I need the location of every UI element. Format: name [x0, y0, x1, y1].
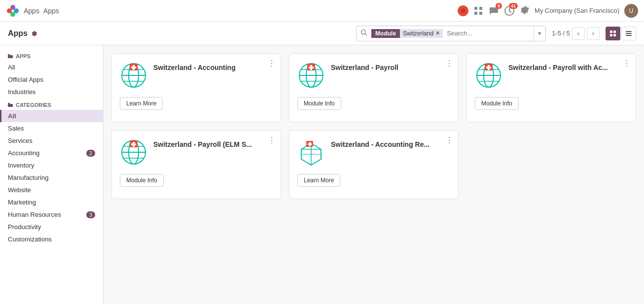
svg-line-11	[365, 34, 367, 36]
apps-nav-label[interactable]: Apps	[24, 7, 39, 15]
app-action-btn-ch-payroll-elm[interactable]: Module Info	[120, 174, 164, 187]
svg-point-3	[10, 12, 15, 17]
card-menu-ch-payroll[interactable]: ⋮	[445, 59, 453, 68]
sidebar-item-sales[interactable]: Sales	[0, 122, 103, 135]
search-icon	[357, 29, 371, 37]
apps-nav-link[interactable]: Apps	[43, 7, 59, 15]
app-title-ch-payroll-ac: Switzerland - Payroll with Ac...	[508, 64, 608, 71]
record-icon[interactable]	[458, 5, 468, 16]
sub-navigation: Apps Module Switzerland ✕ ▾ 1-5 / 5 ‹ ›	[0, 22, 644, 45]
svg-rect-8	[479, 12, 482, 15]
next-page-button[interactable]: ›	[587, 27, 600, 40]
sidebar-item-human-resources[interactable]: Human Resources 3	[0, 208, 103, 221]
card-menu-ch-accounting-re[interactable]: ⋮	[445, 135, 453, 145]
sidebar-item-inventory[interactable]: Inventory	[0, 159, 103, 171]
app-card-ch-accounting-re: ⋮ Switzerland - Accounting Re...	[289, 130, 459, 199]
ch-payroll-icon	[297, 62, 325, 89]
activity-icon-wrap[interactable]: 41	[504, 5, 515, 16]
chat-badge: 8	[496, 3, 502, 9]
app-title-ch-accounting: Switzerland - Accounting	[153, 64, 236, 71]
company-label[interactable]: My Company (San Francisco)	[535, 7, 619, 14]
app-card-ch-payroll: ⋮ Switzerland - Payroll Mod	[289, 53, 459, 122]
view-toggle	[606, 27, 636, 40]
svg-rect-15	[613, 34, 616, 36]
categories-section-label: CATEGORIES	[0, 98, 103, 110]
odoo-logo-icon[interactable]	[6, 4, 20, 18]
page-title: Apps	[8, 29, 37, 38]
ch-accounting-re-icon	[297, 138, 325, 166]
apps-grid: ⋮ Switzerland - Accounting	[111, 53, 636, 199]
svg-rect-13	[613, 31, 616, 33]
svg-rect-18	[626, 35, 632, 36]
categories-folder-icon	[8, 102, 13, 107]
svg-rect-17	[626, 33, 632, 34]
app-card-ch-payroll-elm: ⋮ Switzerland - Payroll (ELM S...	[111, 130, 281, 199]
apps-content: ⋮ Switzerland - Accounting	[104, 45, 644, 304]
sidebar-item-manufacturing[interactable]: Manufacturing	[0, 171, 103, 184]
search-bar: Module Switzerland ✕ ▾	[356, 26, 546, 41]
sidebar-item-services[interactable]: Services	[0, 135, 103, 147]
top-nav-icons: 8 41 My Company (San Francisco) U	[458, 4, 638, 18]
app-action-btn-ch-accounting-re[interactable]: Learn More	[297, 174, 340, 187]
grid-icon-wrap[interactable]	[473, 6, 483, 16]
app-title-ch-payroll: Switzerland - Payroll	[331, 64, 398, 71]
app-title-ch-payroll-elm: Switzerland - Payroll (ELM S...	[153, 140, 252, 148]
sidebar-item-website[interactable]: Website	[0, 184, 103, 196]
kanban-view-button[interactable]	[606, 27, 620, 40]
search-dropdown-button[interactable]: ▾	[534, 26, 545, 41]
folder-icon	[8, 54, 13, 59]
sidebar-item-marketing[interactable]: Marketing	[0, 196, 103, 208]
svg-rect-14	[610, 34, 612, 36]
ch-payroll-elm-icon	[120, 138, 147, 166]
sidebar-item-all-categories[interactable]: All	[0, 110, 103, 122]
settings-small-icon[interactable]	[31, 30, 37, 37]
app-action-btn-ch-accounting[interactable]: Learn More	[120, 97, 163, 110]
search-type-tag[interactable]: Module	[371, 29, 400, 38]
main-content: APPS All Official Apps Industries CATEGO…	[0, 45, 644, 304]
sidebar-item-productivity[interactable]: Productivity	[0, 221, 103, 233]
sidebar-item-industries[interactable]: Industries	[0, 86, 103, 98]
svg-rect-7	[474, 12, 477, 15]
apps-section-label: APPS	[0, 49, 103, 61]
pagination: 1-5 / 5 ‹ ›	[552, 27, 600, 40]
pagination-label: 1-5 / 5	[552, 30, 570, 37]
svg-marker-19	[8, 54, 13, 58]
sidebar-item-accounting[interactable]: Accounting 2	[0, 147, 103, 159]
app-action-btn-ch-payroll-ac[interactable]: Module Info	[475, 97, 519, 110]
search-input[interactable]	[443, 30, 534, 37]
ch-payroll-ac-icon	[475, 62, 502, 89]
svg-rect-12	[610, 31, 612, 33]
settings-icon[interactable]	[520, 5, 530, 16]
svg-rect-16	[626, 31, 632, 32]
card-menu-ch-payroll-elm[interactable]: ⋮	[268, 135, 276, 145]
card-menu-ch-payroll-ac[interactable]: ⋮	[623, 59, 631, 68]
user-avatar[interactable]: U	[624, 4, 638, 18]
sidebar-item-customizations[interactable]: Customizations	[0, 233, 103, 245]
sidebar-item-all-apps[interactable]: All	[0, 61, 103, 73]
app-action-btn-ch-payroll[interactable]: Module Info	[297, 97, 341, 110]
card-menu-ch-accounting[interactable]: ⋮	[268, 59, 276, 68]
svg-point-10	[361, 30, 366, 34]
app-title-ch-accounting-re: Switzerland - Accounting Re...	[331, 140, 429, 148]
app-card-ch-accounting: ⋮ Switzerland - Accounting	[111, 53, 281, 122]
svg-point-4	[461, 8, 465, 13]
grid-icon	[473, 6, 483, 16]
list-view-button[interactable]	[621, 27, 636, 40]
top-navigation: Apps Apps 8 4	[0, 0, 644, 22]
remove-filter-icon[interactable]: ✕	[435, 30, 440, 36]
sidebar: APPS All Official Apps Industries CATEGO…	[0, 45, 104, 304]
ch-accounting-icon	[120, 62, 147, 89]
svg-marker-20	[8, 103, 13, 107]
activity-badge: 41	[509, 3, 518, 9]
prev-page-button[interactable]: ‹	[572, 27, 585, 40]
svg-rect-5	[474, 7, 477, 10]
svg-rect-6	[479, 7, 482, 10]
app-card-ch-payroll-ac: ⋮ Switzerland - Payroll with Ac...	[466, 53, 636, 122]
chat-icon-wrap[interactable]: 8	[488, 5, 499, 16]
search-filter-value: Switzerland ✕	[400, 29, 443, 38]
sidebar-item-official-apps[interactable]: Official Apps	[0, 73, 103, 86]
